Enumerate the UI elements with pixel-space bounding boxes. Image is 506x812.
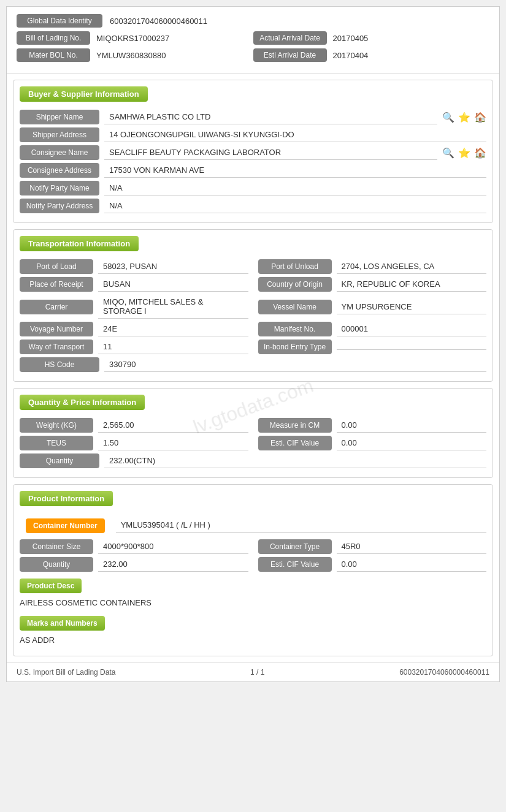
prod-quantity-label: Quantity: [20, 557, 93, 572]
product-info-header: Product Information: [20, 491, 113, 506]
port-load-label: Port of Load: [20, 259, 93, 274]
prod-esti-cif-label: Esti. CIF Value: [258, 557, 332, 572]
product-desc-badge: Product Desc: [20, 579, 82, 593]
hs-code-value: 330790: [104, 357, 486, 372]
shipper-search-icon[interactable]: 🔍: [442, 112, 454, 123]
teus-half: TEUS 1.50: [20, 436, 248, 450]
prod-quantity-value: 232.00: [98, 557, 248, 572]
quantity-price-header: Quantity & Price Information: [20, 395, 145, 410]
place-receipt-value: BUSAN: [98, 277, 248, 292]
consignee-home-icon[interactable]: 🏠: [474, 147, 486, 159]
port-load-half: Port of Load 58023, PUSAN: [20, 259, 248, 274]
global-data-row: Global Data Identity 6003201704060000460…: [17, 14, 489, 28]
esti-arrival-value: 20170404: [333, 51, 369, 60]
port-unload-value: 2704, LOS ANGELES, CA: [337, 259, 487, 274]
container-number-value: YMLU5395041 ( /L / HH ): [116, 518, 486, 533]
container-type-value: 45R0: [337, 539, 487, 554]
product-desc-badge-wrap: Product Desc: [13, 575, 493, 596]
vessel-name-label: Vessel Name: [258, 300, 332, 314]
weight-label: Weight (KG): [20, 418, 93, 433]
shipper-name-icons: 🔍 ⭐ 🏠: [442, 112, 486, 123]
measure-value: 0.00: [337, 418, 487, 433]
in-bond-value: [337, 344, 487, 350]
notify-party-name-value: N/A: [104, 181, 486, 195]
marks-numbers-badge-wrap: Marks and Numbers: [13, 612, 493, 633]
transportation-section: Transportation Information Port of Load …: [13, 229, 493, 382]
manifest-half: Manifest No. 000001: [258, 322, 487, 336]
shipper-name-row: Shipper Name SAMHWA PLASTIC CO LTD 🔍 ⭐ 🏠: [20, 110, 486, 124]
esti-arrival-half: Esti Arrival Date 20170404: [253, 48, 490, 62]
footer-right: 600320170406000046001​1: [399, 668, 489, 677]
consignee-name-value: SEACLIFF BEAUTY PACKAGING LABORATOR: [104, 145, 437, 160]
country-origin-label: Country of Origin: [258, 277, 332, 292]
voyage-number-value: 24E: [98, 322, 248, 336]
port-row: Port of Load 58023, PUSAN Port of Unload…: [20, 259, 486, 274]
notify-party-address-label: Notify Party Address: [20, 199, 99, 213]
top-section: Global Data Identity 6003201704060000460…: [7, 7, 499, 74]
bill-lading-value: MIQOKRS17000237: [96, 34, 169, 43]
product-desc-text: AIRLESS COSMETIC CONTAINERS: [20, 598, 486, 607]
country-origin-value: KR, REPUBLIC OF KOREA: [337, 277, 487, 292]
bill-lading-label: Bill of Lading No.: [17, 31, 90, 45]
teus-label: TEUS: [20, 436, 93, 450]
weight-measure-row: Weight (KG) 2,565.00 Measure in CM 0.00: [20, 418, 486, 433]
in-bond-label: In-bond Entry Type: [258, 340, 332, 354]
esti-cif-half: Esti. CIF Value 0.00: [258, 436, 487, 450]
marks-numbers-text: AS ADDR: [20, 636, 486, 645]
weight-value: 2,565.00: [98, 418, 248, 433]
carrier-half: Carrier MIQO, MITCHELL SALES & STORAGE I: [20, 295, 248, 319]
actual-arrival-value: 20170405: [333, 34, 369, 43]
prod-quantity-cif-row: Quantity 232.00 Esti. CIF Value 0.00: [20, 557, 486, 572]
esti-cif-value: 0.00: [337, 436, 487, 450]
place-receipt-half: Place of Receipt BUSAN: [20, 277, 248, 292]
container-number-badge: Container Number: [26, 518, 105, 533]
teus-value: 1.50: [98, 436, 248, 450]
quantity-row: Quantity 232.00(CTN): [20, 453, 486, 468]
voyage-number-label: Voyage Number: [20, 322, 93, 336]
way-transport-value: 11: [98, 340, 248, 354]
mater-bol-value: YMLUW360830880: [96, 51, 166, 60]
quantity-label: Quantity: [20, 453, 99, 468]
notify-party-name-row: Notify Party Name N/A: [20, 181, 486, 195]
shipper-star-icon[interactable]: ⭐: [458, 112, 470, 123]
footer-center: 1 / 1: [250, 668, 264, 677]
hs-code-label: HS Code: [20, 357, 99, 372]
page-wrapper: Global Data Identity 6003201704060000460…: [6, 6, 500, 682]
consignee-name-label: Consignee Name: [20, 145, 99, 160]
mater-bol-label: Mater BOL No.: [17, 48, 90, 62]
vessel-name-half: Vessel Name YM UPSURGENCE: [258, 300, 487, 314]
quantity-value: 232.00(CTN): [104, 453, 486, 468]
consignee-star-icon[interactable]: ⭐: [458, 147, 470, 159]
actual-arrival-half: Actual Arrival Date 20170405: [253, 31, 490, 45]
container-size-half: Container Size 4000*900*800: [20, 539, 248, 554]
prod-quantity-half: Quantity 232.00: [20, 557, 248, 572]
shipper-home-icon[interactable]: 🏠: [474, 112, 486, 123]
mater-bol-half: Mater BOL No. YMLUW360830880: [17, 48, 253, 62]
footer-left: U.S. Import Bill of Lading Data: [17, 668, 115, 677]
container-type-half: Container Type 45R0: [258, 539, 487, 554]
country-origin-half: Country of Origin KR, REPUBLIC OF KOREA: [258, 277, 487, 292]
shipper-name-value: SAMHWA PLASTIC CO LTD: [104, 110, 437, 124]
container-size-label: Container Size: [20, 539, 93, 554]
product-info-section: Product Information Container Number YML…: [13, 484, 493, 656]
way-transport-half: Way of Transport 11: [20, 340, 248, 354]
marks-numbers-badge: Marks and Numbers: [20, 616, 105, 631]
prod-esti-cif-value: 0.00: [337, 557, 487, 572]
buyer-supplier-header: Buyer & Supplier Information: [20, 86, 148, 102]
teus-cif-row: TEUS 1.50 Esti. CIF Value 0.00: [20, 436, 486, 450]
bill-lading-half: Bill of Lading No. MIQOKRS17000237: [17, 31, 253, 45]
notify-party-address-value: N/A: [104, 199, 486, 213]
consignee-address-label: Consignee Address: [20, 163, 99, 178]
voyage-manifest-row: Voyage Number 24E Manifest No. 000001: [20, 322, 486, 336]
notify-party-name-label: Notify Party Name: [20, 181, 99, 195]
transportation-header: Transportation Information: [20, 236, 139, 251]
consignee-search-icon[interactable]: 🔍: [442, 147, 454, 159]
port-load-value: 58023, PUSAN: [98, 259, 248, 274]
esti-arrival-label: Esti Arrival Date: [253, 48, 327, 62]
consignee-name-row: Consignee Name SEACLIFF BEAUTY PACKAGING…: [20, 145, 486, 160]
buyer-supplier-section: Buyer & Supplier Information Shipper Nam…: [13, 80, 493, 223]
bill-arrival-row: Bill of Lading No. MIQOKRS17000237 Actua…: [17, 31, 489, 45]
shipper-address-row: Shipper Address 14 OJEONGONGUPGIL UIWANG…: [20, 127, 486, 142]
carrier-value: MIQO, MITCHELL SALES & STORAGE I: [98, 295, 248, 319]
consignee-address-row: Consignee Address 17530 VON KARMAN AVE: [20, 163, 486, 178]
